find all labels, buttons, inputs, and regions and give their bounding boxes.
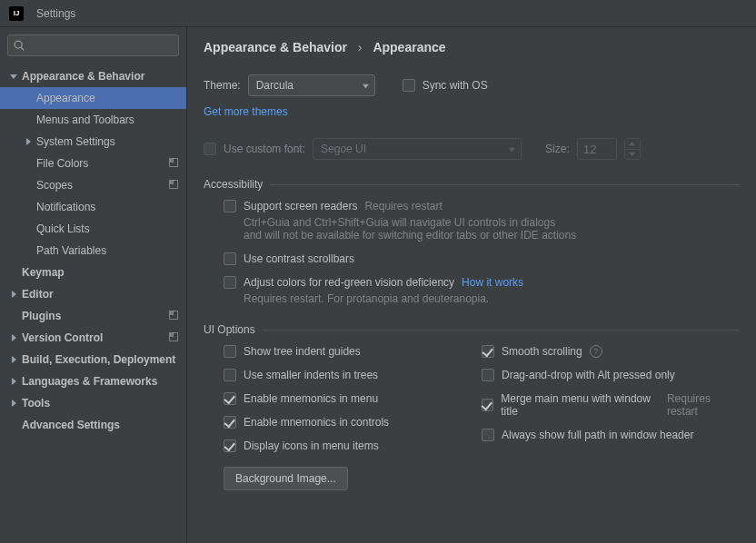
tree-item-file-colors[interactable]: File Colors: [0, 153, 186, 174]
option-smooth-scrolling-checkbox[interactable]: Smooth scrolling: [482, 345, 582, 358]
sync-with-os-checkbox[interactable]: Sync with OS: [403, 79, 488, 92]
app-icon: IJ: [9, 6, 24, 21]
tree-item-label: Version Control: [22, 331, 168, 344]
theme-value: Darcula: [256, 79, 293, 92]
option-use-smaller-indents-in-trees-checkbox[interactable]: Use smaller indents in trees: [224, 369, 378, 381]
option-hint: Requires restart: [667, 392, 740, 418]
use-custom-font-label: Use custom font:: [224, 143, 305, 155]
background-image-button[interactable]: Background Image...: [224, 467, 348, 490]
settings-search[interactable]: [7, 35, 179, 56]
arrow-spacer: [24, 181, 33, 190]
sync-with-os-label: Sync with OS: [423, 79, 488, 92]
tree-item-notifications[interactable]: Notifications: [0, 196, 186, 218]
chevron-down-icon: [509, 143, 515, 155]
how-it-works-link[interactable]: How it works: [462, 276, 523, 289]
option-label: Merge main menu with window title: [501, 392, 660, 418]
option-label: Drag-and-drop with Alt pressed only: [502, 369, 675, 381]
chevron-right-icon[interactable]: [9, 355, 18, 364]
theme-select[interactable]: Darcula: [248, 74, 375, 96]
tree-item-build-execution-deployment[interactable]: Build, Execution, Deployment: [0, 349, 186, 370]
arrow-spacer: [24, 202, 33, 212]
arrow-spacer: [9, 311, 18, 321]
tree-item-appearance-behavior[interactable]: Appearance & Behavior: [0, 65, 186, 87]
tree-item-menus-and-toolbars[interactable]: Menus and Toolbars: [0, 109, 186, 131]
tree-item-label: Languages & Frameworks: [22, 375, 179, 388]
get-more-themes-link[interactable]: Get more themes: [204, 105, 288, 118]
search-icon: [13, 39, 25, 52]
option-label: Enable mnemonics in menu: [244, 392, 378, 405]
chevron-right-icon[interactable]: [9, 399, 18, 408]
option-always-show-full-path-in-window-header-checkbox[interactable]: Always show full path in window header: [482, 429, 693, 441]
tree-item-languages-frameworks[interactable]: Languages & Frameworks: [0, 370, 186, 392]
stepper-up-icon[interactable]: [625, 139, 640, 149]
tree-item-version-control[interactable]: Version Control: [0, 327, 186, 349]
svg-rect-7: [170, 311, 174, 314]
tree-item-label: Appearance & Behavior: [22, 70, 179, 83]
support-screen-readers-checkbox[interactable]: Support screen readers: [224, 200, 357, 212]
project-scope-icon: [168, 331, 179, 345]
tree-item-label: System Settings: [36, 135, 179, 148]
svg-point-0: [15, 41, 22, 48]
option-show-tree-indent-guides-checkbox[interactable]: Show tree indent guides: [224, 345, 361, 358]
tree-item-system-settings[interactable]: System Settings: [0, 131, 186, 153]
tree-item-scopes[interactable]: Scopes: [0, 174, 186, 196]
chevron-right-icon[interactable]: [9, 290, 18, 299]
tree-item-keymap[interactable]: Keymap: [0, 262, 186, 283]
chevron-right-icon[interactable]: [24, 137, 33, 146]
help-icon[interactable]: ?: [590, 345, 602, 358]
tree-item-editor[interactable]: Editor: [0, 283, 186, 305]
option-enable-mnemonics-in-menu-checkbox[interactable]: Enable mnemonics in menu: [224, 392, 378, 405]
arrow-spacer: [9, 268, 18, 277]
tree-item-label: Advanced Settings: [22, 419, 179, 431]
titlebar: IJ Settings: [0, 0, 756, 27]
tree-item-appearance[interactable]: Appearance: [0, 87, 186, 109]
project-scope-icon: [168, 310, 179, 323]
font-value: Segoe UI: [321, 143, 366, 155]
tree-item-label: Scopes: [36, 179, 168, 192]
tree-item-label: Editor: [22, 288, 179, 301]
option-display-icons-in-menu-items-checkbox[interactable]: Display icons in menu items: [224, 439, 379, 452]
tree-item-plugins[interactable]: Plugins: [0, 305, 186, 327]
option-merge-main-menu-with-window-title-checkbox[interactable]: Merge main menu with window title: [482, 392, 660, 418]
content-panel: Appearance & Behavior › Appearance Theme…: [187, 27, 756, 543]
ui-options-heading: UI Options: [204, 323, 740, 336]
arrow-spacer: [24, 94, 33, 103]
screen-reader-hint: Ctrl+Guia and Ctrl+Shift+Guia will navig…: [244, 216, 740, 242]
use-custom-font-checkbox[interactable]: Use custom font:: [204, 143, 305, 155]
option-enable-mnemonics-in-controls-checkbox[interactable]: Enable mnemonics in controls: [224, 416, 389, 429]
option-label: Enable mnemonics in controls: [244, 416, 389, 429]
svg-rect-9: [170, 332, 174, 336]
window-title: Settings: [36, 7, 75, 20]
breadcrumb-root[interactable]: Appearance & Behavior: [204, 40, 347, 54]
option-label: Display icons in menu items: [244, 439, 379, 452]
search-input[interactable]: [7, 35, 179, 56]
tree-item-label: Notifications: [36, 201, 179, 213]
stepper-down-icon[interactable]: [625, 149, 640, 160]
breadcrumb-sep: ›: [358, 40, 363, 54]
project-scope-icon: [168, 157, 179, 171]
tree-item-path-variables[interactable]: Path Variables: [0, 240, 186, 262]
arrow-spacer: [24, 159, 33, 168]
svg-line-1: [21, 47, 24, 50]
tree-item-label: Path Variables: [36, 244, 179, 257]
arrow-spacer: [9, 420, 18, 429]
font-size-stepper[interactable]: [624, 138, 641, 160]
tree-item-advanced-settings[interactable]: Advanced Settings: [0, 414, 186, 436]
chevron-down-icon[interactable]: [9, 72, 18, 81]
option-label: Always show full path in window header: [502, 429, 693, 441]
option-label: Show tree indent guides: [244, 345, 361, 358]
tree-item-quick-lists[interactable]: Quick Lists: [0, 218, 186, 240]
colorblind-hint: Requires restart. For protanopia and deu…: [244, 292, 740, 305]
font-select[interactable]: Segoe UI: [313, 138, 522, 160]
chevron-right-icon[interactable]: [9, 333, 18, 342]
tree-item-label: Keymap: [22, 266, 179, 279]
breadcrumb: Appearance & Behavior › Appearance: [204, 40, 740, 54]
contrast-scrollbars-checkbox[interactable]: Use contrast scrollbars: [224, 252, 354, 265]
option-drag-and-drop-with-alt-pressed-only-checkbox[interactable]: Drag-and-drop with Alt pressed only: [482, 369, 675, 381]
tree-item-tools[interactable]: Tools: [0, 392, 186, 414]
breadcrumb-leaf: Appearance: [373, 40, 445, 54]
font-size-input[interactable]: [577, 138, 617, 160]
svg-rect-3: [170, 158, 174, 162]
colorblind-checkbox[interactable]: Adjust colors for red-green vision defic…: [224, 276, 454, 289]
chevron-right-icon[interactable]: [9, 377, 18, 386]
